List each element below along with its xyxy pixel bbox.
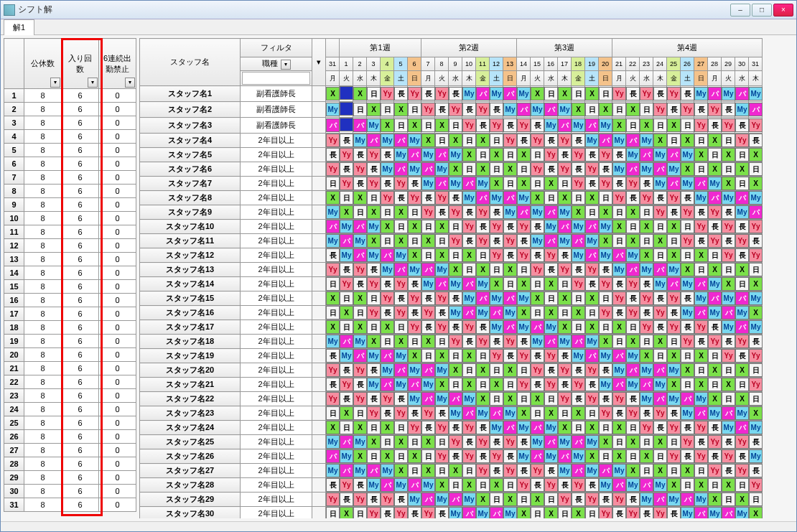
shift-cell[interactable]: My bbox=[326, 464, 340, 478]
shift-cell[interactable]: 日 bbox=[367, 191, 381, 205]
shift-cell[interactable]: Yy bbox=[476, 205, 490, 220]
shift-cell[interactable]: 日 bbox=[640, 464, 653, 478]
shift-cell[interactable]: Yy bbox=[544, 349, 558, 363]
shift-cell[interactable]: パ bbox=[572, 335, 585, 349]
shift-cell[interactable]: パ bbox=[694, 277, 708, 291]
shift-cell[interactable]: 長 bbox=[599, 493, 612, 507]
shift-cell[interactable]: X bbox=[340, 507, 353, 519]
staff-name[interactable]: スタッフ名3 bbox=[140, 118, 241, 134]
row-dropdown[interactable] bbox=[312, 507, 326, 519]
shift-cell[interactable]: X bbox=[462, 349, 476, 363]
shift-cell[interactable]: 長 bbox=[722, 335, 735, 349]
staff-name[interactable]: スタッフ名13 bbox=[140, 263, 241, 277]
shift-cell[interactable]: 長 bbox=[749, 435, 763, 449]
shift-cell[interactable]: 長 bbox=[681, 291, 694, 306]
shift-cell[interactable]: 日 bbox=[708, 378, 722, 392]
shift-cell[interactable]: 長 bbox=[653, 191, 667, 205]
shift-cell[interactable]: 長 bbox=[476, 449, 490, 464]
shift-cell[interactable]: 日 bbox=[340, 320, 353, 335]
shift-cell[interactable]: 長 bbox=[681, 86, 694, 102]
shift-cell[interactable]: 日 bbox=[517, 493, 531, 507]
shift-cell[interactable]: Yy bbox=[749, 378, 763, 392]
shift-cell[interactable]: Yy bbox=[381, 493, 394, 507]
shift-cell[interactable]: パ bbox=[599, 134, 612, 148]
shift-cell[interactable]: 日 bbox=[367, 421, 381, 435]
shift-cell[interactable]: Yy bbox=[503, 464, 517, 478]
staff-name[interactable]: スタッフ名23 bbox=[140, 406, 241, 421]
shift-cell[interactable]: Yy bbox=[340, 478, 353, 493]
row-dropdown[interactable] bbox=[312, 493, 326, 507]
shift-cell[interactable]: 日 bbox=[476, 378, 490, 392]
shift-cell[interactable]: 長 bbox=[585, 148, 599, 162]
shift-cell[interactable]: 日 bbox=[667, 134, 681, 148]
row-dropdown[interactable] bbox=[312, 148, 326, 162]
shift-cell[interactable]: 長 bbox=[449, 449, 462, 464]
shift-cell[interactable]: パ bbox=[326, 449, 340, 464]
shift-cell[interactable]: Yy bbox=[544, 248, 558, 263]
shift-cell[interactable]: 長 bbox=[408, 277, 421, 291]
shift-cell[interactable]: Yy bbox=[367, 406, 381, 421]
shift-cell[interactable]: X bbox=[708, 363, 722, 378]
shift-cell[interactable]: X bbox=[722, 478, 735, 493]
shift-cell[interactable]: パ bbox=[640, 478, 653, 493]
shift-cell[interactable]: 日 bbox=[681, 478, 694, 493]
shift-cell[interactable]: My bbox=[503, 205, 517, 220]
shift-cell[interactable]: 日 bbox=[408, 205, 421, 220]
shift-cell[interactable]: 日 bbox=[544, 86, 558, 102]
shift-cell[interactable]: 長 bbox=[421, 291, 435, 306]
shift-cell[interactable]: 長 bbox=[640, 306, 653, 320]
shift-cell[interactable]: X bbox=[394, 435, 408, 449]
shift-cell[interactable]: パ bbox=[462, 277, 476, 291]
shift-cell[interactable]: X bbox=[476, 363, 490, 378]
shift-cell[interactable]: 日 bbox=[722, 263, 735, 277]
shift-cell[interactable]: 長 bbox=[531, 349, 544, 363]
shift-cell[interactable]: Yy bbox=[681, 102, 694, 118]
shift-cell[interactable]: パ bbox=[421, 363, 435, 378]
shift-cell[interactable]: My bbox=[640, 392, 653, 406]
shift-cell[interactable]: 日 bbox=[681, 118, 694, 134]
row-dropdown[interactable] bbox=[312, 118, 326, 134]
shift-cell[interactable]: X bbox=[421, 234, 435, 248]
shift-cell[interactable]: My bbox=[612, 363, 626, 378]
shift-cell[interactable]: Yy bbox=[626, 177, 640, 191]
shift-cell[interactable]: 日 bbox=[585, 306, 599, 320]
shift-cell[interactable]: パ bbox=[408, 378, 421, 392]
shift-cell[interactable]: My bbox=[449, 177, 462, 191]
shift-cell[interactable]: 長 bbox=[544, 134, 558, 148]
shift-cell[interactable]: パ bbox=[462, 306, 476, 320]
shift-cell[interactable]: My bbox=[531, 435, 544, 449]
shift-cell[interactable]: Yy bbox=[517, 349, 531, 363]
shift-cell[interactable]: My bbox=[476, 507, 490, 519]
shift-cell[interactable]: Yy bbox=[394, 406, 408, 421]
shift-cell[interactable]: 長 bbox=[531, 478, 544, 493]
shift-cell[interactable]: 長 bbox=[340, 263, 353, 277]
shift-cell[interactable]: 長 bbox=[353, 478, 367, 493]
shift-cell[interactable]: My bbox=[558, 234, 572, 248]
shift-cell[interactable]: 日 bbox=[462, 162, 476, 177]
staff-name[interactable]: スタッフ名1 bbox=[140, 86, 241, 102]
shift-cell[interactable]: My bbox=[367, 378, 381, 392]
shift-cell[interactable]: My bbox=[476, 306, 490, 320]
shift-cell[interactable]: 日 bbox=[722, 363, 735, 378]
shift-cell[interactable]: X bbox=[612, 449, 626, 464]
shift-cell[interactable]: My bbox=[544, 320, 558, 335]
staff-name[interactable]: スタッフ名22 bbox=[140, 392, 241, 406]
shift-cell[interactable]: 長 bbox=[585, 478, 599, 493]
shift-cell[interactable]: X bbox=[749, 277, 763, 291]
shift-cell[interactable]: X bbox=[340, 406, 353, 421]
shift-cell[interactable]: Yy bbox=[435, 449, 449, 464]
shift-cell[interactable]: 長 bbox=[722, 205, 735, 220]
shift-cell[interactable]: パ bbox=[612, 248, 626, 263]
shift-cell[interactable]: Yy bbox=[681, 234, 694, 248]
shift-cell[interactable]: パ bbox=[735, 320, 749, 335]
shift-cell[interactable]: パ bbox=[517, 205, 531, 220]
shift-cell[interactable]: パ bbox=[449, 392, 462, 406]
shift-cell[interactable]: 日 bbox=[353, 406, 367, 421]
shift-cell[interactable]: X bbox=[558, 191, 572, 205]
shift-cell[interactable]: X bbox=[476, 392, 490, 406]
shift-cell[interactable]: パ bbox=[381, 349, 394, 363]
staff-name[interactable]: スタッフ名11 bbox=[140, 234, 241, 248]
shift-cell[interactable]: Yy bbox=[708, 335, 722, 349]
shift-cell[interactable]: Yy bbox=[367, 507, 381, 519]
shift-cell[interactable]: My bbox=[326, 234, 340, 248]
